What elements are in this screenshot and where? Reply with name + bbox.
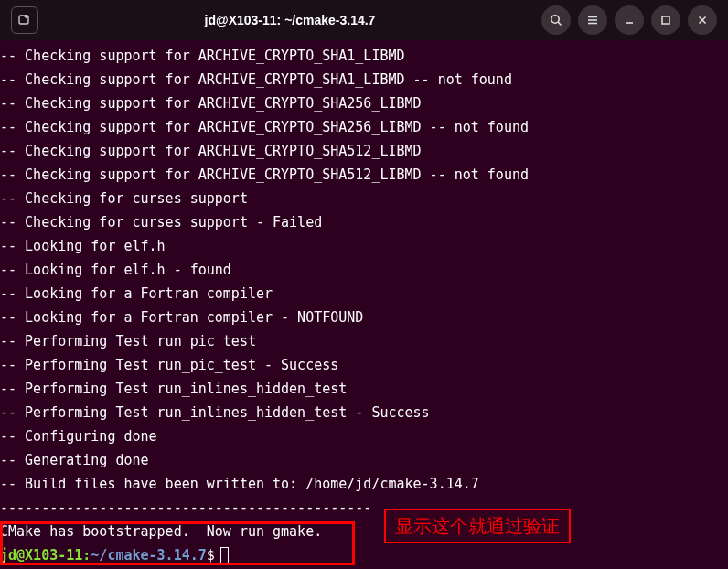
output-line: -- Performing Test run_inlines_hidden_te… — [0, 401, 728, 424]
menu-button[interactable] — [578, 5, 607, 35]
prompt-path: ~/cmake-3.14.7 — [91, 547, 206, 564]
hamburger-icon — [586, 14, 599, 27]
prompt-line: jd@X103-11:~/cmake-3.14.7$ — [0, 543, 728, 567]
output-line: -- Performing Test run_pic_test - Succes… — [0, 353, 728, 377]
cursor — [220, 547, 229, 564]
output-line: -- Configuring done — [0, 424, 728, 448]
new-tab-icon — [17, 13, 32, 27]
minimize-button[interactable] — [615, 5, 644, 35]
prompt-user: jd@X103-11 — [0, 547, 82, 564]
output-line: -- Checking for curses support - Failed — [0, 210, 728, 234]
minimize-icon — [623, 14, 636, 27]
svg-rect-9 — [662, 16, 669, 24]
output-line: -- Checking support for ARCHIVE_CRYPTO_S… — [0, 163, 728, 187]
output-line: -- Checking support for ARCHIVE_CRYPTO_S… — [0, 139, 728, 163]
window-title: jd@X103-11: ~/cmake-3.14.7 — [42, 13, 538, 27]
search-button[interactable] — [541, 5, 571, 35]
annotation-label: 显示这个就通过验证 — [384, 509, 571, 543]
output-line: -- Build files have been written to: /ho… — [0, 472, 728, 496]
output-line: -- Checking support for ARCHIVE_CRYPTO_S… — [0, 44, 728, 68]
titlebar: jd@X103-11: ~/cmake-3.14.7 — [0, 0, 728, 40]
output-line: -- Looking for elf.h - found — [0, 258, 728, 282]
output-line: -- Checking support for ARCHIVE_CRYPTO_S… — [0, 68, 728, 91]
terminal-output[interactable]: -- Checking support for ARCHIVE_CRYPTO_S… — [0, 40, 728, 567]
output-line: -- Performing Test run_pic_test — [0, 329, 728, 353]
output-line: -- Looking for elf.h — [0, 234, 728, 258]
output-line: -- Looking for a Fortran compiler — [0, 282, 728, 306]
output-line: -- Looking for a Fortran compiler - NOTF… — [0, 306, 728, 329]
svg-line-4 — [558, 22, 561, 25]
close-icon — [696, 14, 709, 27]
maximize-icon — [659, 14, 672, 27]
output-line: -- Performing Test run_inlines_hidden_te… — [0, 377, 728, 401]
search-icon — [550, 14, 562, 27]
new-tab-button[interactable] — [11, 6, 38, 34]
output-line: -- Checking support for ARCHIVE_CRYPTO_S… — [0, 115, 728, 139]
output-line: ----------------------------------------… — [0, 496, 728, 520]
output-line: -- Generating done — [0, 448, 728, 472]
output-line: -- Checking support for ARCHIVE_CRYPTO_S… — [0, 91, 728, 115]
output-line: CMake has bootstrapped. Now run gmake. — [0, 520, 728, 543]
output-line: -- Checking for curses support — [0, 187, 728, 210]
maximize-button[interactable] — [651, 5, 680, 35]
svg-point-3 — [551, 16, 559, 23]
close-button[interactable] — [688, 5, 717, 35]
prompt-dollar: $ — [207, 547, 215, 564]
